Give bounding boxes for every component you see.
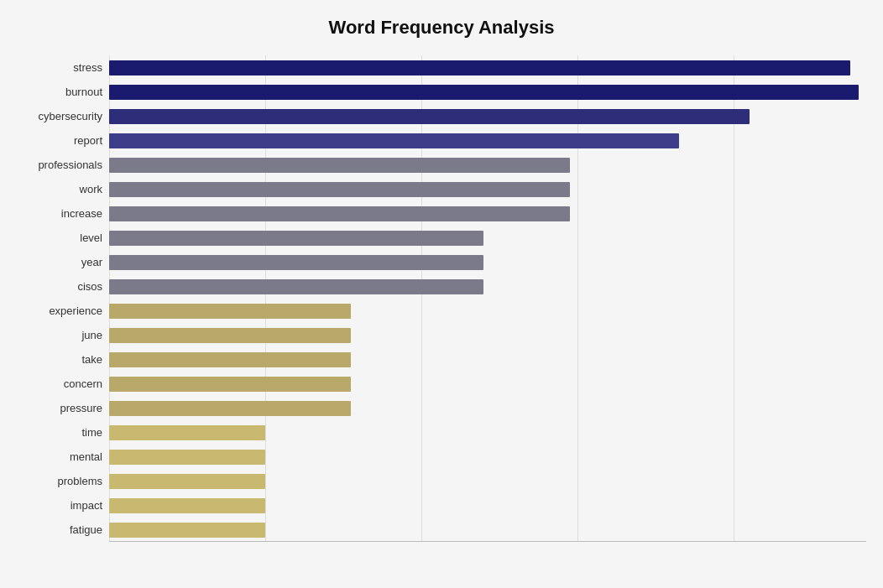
y-label: june [81, 330, 102, 341]
bar [109, 133, 679, 148]
bar-row [109, 107, 866, 126]
y-axis-labels: stressburnoutcybersecurityreportprofessi… [17, 55, 109, 542]
bar-row [109, 399, 866, 418]
chart-container: Word Frequency Analysis stressburnoutcyb… [0, 0, 883, 588]
chart-title: Word Frequency Analysis [17, 17, 866, 39]
bar-row [109, 375, 866, 393]
bar-row [109, 205, 866, 223]
bar [109, 474, 265, 489]
bar-row [109, 302, 866, 320]
y-label: burnout [65, 86, 102, 97]
y-label: experience [49, 305, 102, 316]
bar [109, 425, 265, 440]
bar-row [109, 472, 866, 491]
bar-row [109, 229, 866, 247]
chart-area: stressburnoutcybersecurityreportprofessi… [17, 55, 866, 542]
bar [109, 328, 351, 343]
bar-row [109, 278, 866, 296]
bar [109, 352, 351, 367]
bars-and-grid [109, 55, 866, 542]
bar-row [109, 497, 866, 515]
y-label: professionals [38, 159, 102, 170]
bar [109, 85, 859, 100]
bar-row [109, 83, 866, 101]
bar [109, 158, 570, 173]
bar-row [109, 521, 866, 539]
bar [109, 523, 265, 538]
y-label: level [80, 232, 102, 243]
y-label: stress [73, 62, 102, 73]
bar [109, 60, 850, 75]
bar-row [109, 351, 866, 369]
bar-row [109, 156, 866, 174]
bar [109, 182, 570, 197]
y-label: cisos [77, 281, 102, 292]
bar [109, 377, 351, 392]
bar-row [109, 253, 866, 272]
y-label: cybersecurity [38, 111, 102, 122]
bar [109, 255, 483, 270]
bar-row [109, 180, 866, 199]
y-label: work [80, 184, 102, 195]
y-label: impact [71, 500, 102, 511]
y-label: year [81, 257, 102, 268]
bar [109, 206, 570, 221]
bar-row [109, 132, 866, 150]
bar [109, 304, 351, 319]
y-label: time [81, 427, 102, 438]
y-label: fatigue [70, 524, 102, 535]
bar-row [109, 448, 866, 466]
y-label: increase [61, 208, 102, 219]
bar [109, 450, 265, 465]
bar [109, 401, 351, 416]
y-label: mental [70, 451, 102, 462]
bar [109, 109, 750, 124]
bar-row [109, 59, 866, 77]
y-label: take [81, 354, 102, 365]
bar [109, 231, 483, 246]
y-label: concern [64, 378, 102, 389]
bar-row [109, 326, 866, 345]
y-label: report [74, 135, 102, 146]
y-label: pressure [60, 403, 102, 414]
y-label: problems [58, 476, 102, 487]
bar [109, 498, 265, 513]
bar-row [109, 424, 866, 442]
bar [109, 279, 483, 294]
